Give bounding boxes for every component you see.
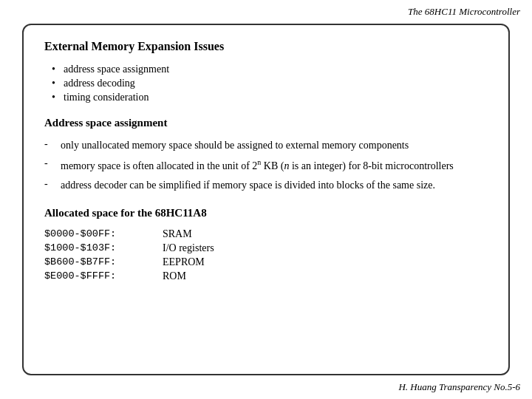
dash-item: - address decoder can be simplified if m… xyxy=(44,178,488,193)
bullet-item: address space assignment xyxy=(52,64,488,75)
dash-item: - only unallocated memory space should b… xyxy=(44,138,488,153)
memory-addr: $1000-$103F: xyxy=(44,242,163,254)
dash-symbol: - xyxy=(44,138,58,153)
dash-item-content: only unallocated memory space should be … xyxy=(61,138,488,153)
header-title: The 68HC11 Microcontroller xyxy=(408,6,520,18)
dash-item-content: memory space is often allocated in the u… xyxy=(61,157,488,174)
dash-symbol: - xyxy=(44,157,58,174)
memory-addr: $0000-$00FF: xyxy=(44,228,163,240)
bullet-item: address decoding xyxy=(52,78,488,89)
main-container: External Memory Expansion Issues address… xyxy=(22,24,510,375)
memory-desc: I/O registers xyxy=(163,242,488,254)
memory-addr: $B600-$B7FF: xyxy=(44,256,163,268)
bullet-item: timing consideration xyxy=(52,92,488,103)
memory-desc: ROM xyxy=(163,270,488,282)
dash-symbol: - xyxy=(44,178,58,193)
memory-desc: EEPROM xyxy=(163,256,488,268)
dash-item: - memory space is often allocated in the… xyxy=(44,157,488,174)
allocated-section: Allocated space for the 68HC11A8 $0000-$… xyxy=(44,207,488,282)
dash-item-content: address decoder can be simplified if mem… xyxy=(61,178,488,193)
allocated-title: Allocated space for the 68HC11A8 xyxy=(44,207,488,219)
main-title: External Memory Expansion Issues xyxy=(44,40,488,53)
address-section-title: Address space assignment xyxy=(44,117,488,129)
memory-desc: SRAM xyxy=(163,228,488,240)
memory-table: $0000-$00FF: SRAM $1000-$103F: I/O regis… xyxy=(44,228,488,282)
memory-addr: $E000-$FFFF: xyxy=(44,270,163,282)
bullet-list: address space assignment address decodin… xyxy=(44,64,488,103)
footer-text: H. Huang Transparency No.5-6 xyxy=(398,381,520,393)
dash-list: - only unallocated memory space should b… xyxy=(44,138,488,194)
